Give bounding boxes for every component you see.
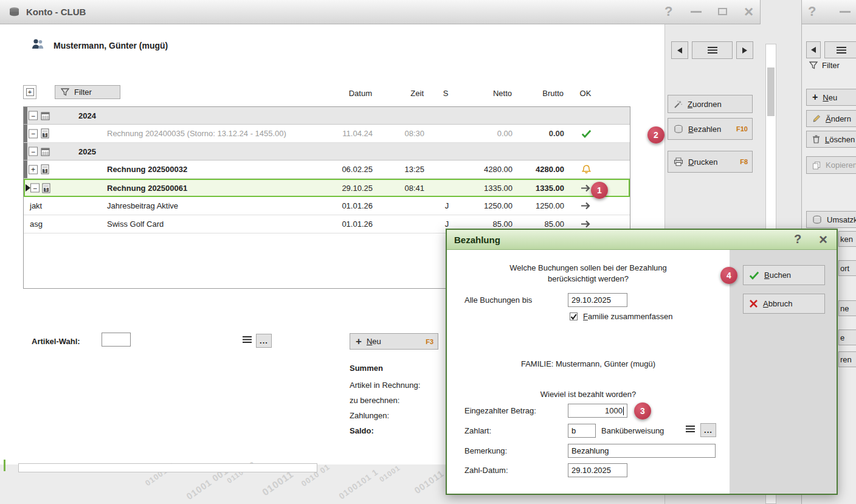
- bis-date-input[interactable]: [568, 293, 627, 307]
- filter-button[interactable]: Filter: [809, 61, 840, 70]
- kopieren-button[interactable]: Kopieren: [806, 156, 856, 174]
- loeschen-button[interactable]: Löschen: [806, 131, 856, 148]
- collapse-icon[interactable]: −: [30, 184, 40, 193]
- step-badge-4: 4: [720, 267, 737, 284]
- minimize-icon[interactable]: [840, 11, 851, 13]
- hidden-button-fragment[interactable]: ne: [838, 300, 856, 316]
- hamburger-icon[interactable]: [685, 425, 696, 435]
- nav-menu-button[interactable]: [824, 41, 856, 58]
- col-header-s[interactable]: S: [440, 88, 452, 98]
- aendern-label: Ändern: [826, 114, 851, 123]
- familie-checkbox-label[interactable]: Familie zusammenfassen: [583, 312, 672, 321]
- table-row-item[interactable]: jakt Jahresbeitrag Aktive 01.01.26 J 125…: [24, 197, 630, 215]
- summen-line: Artikel in Rechnung:: [350, 381, 420, 390]
- cell-netto: 1250.00: [469, 197, 513, 215]
- item-label: Jahresbeitrag Aktive: [107, 197, 178, 215]
- table-row-invoice[interactable]: − $ Rechnung 202400035 (Storno: 13.12.24…: [24, 125, 630, 143]
- aendern-button[interactable]: Ändern: [806, 110, 856, 127]
- col-header-ok[interactable]: OK: [575, 88, 596, 98]
- table-row-invoice-selected[interactable]: − $ Rechnung 202500061 29.10.25 08:41 13…: [24, 179, 630, 197]
- umsatzkonto-button[interactable]: Umsatzko: [806, 211, 856, 228]
- loeschen-label: Löschen: [825, 135, 855, 144]
- zahldatum-input[interactable]: [568, 463, 627, 477]
- col-header-zeit[interactable]: Zeit: [389, 88, 424, 98]
- nav-back-button[interactable]: [806, 41, 821, 58]
- col-header-brutto[interactable]: Brutto: [520, 88, 564, 98]
- close-icon[interactable]: ×: [819, 231, 827, 248]
- summen-line: zu berechnen:: [350, 396, 399, 405]
- buchen-button[interactable]: Buchen: [743, 265, 825, 285]
- help-icon[interactable]: ?: [664, 2, 672, 21]
- svg-text:$: $: [44, 168, 46, 173]
- funnel-icon: [61, 88, 69, 96]
- abbruch-label: Abbruch: [763, 299, 792, 308]
- hidden-button-fragment[interactable]: ort: [838, 260, 856, 276]
- collapse-icon[interactable]: −: [29, 147, 38, 156]
- cell-datum: 29.10.25: [329, 180, 373, 196]
- neu-button[interactable]: + Neu: [806, 89, 856, 106]
- abbruch-button[interactable]: Abbruch: [743, 294, 825, 314]
- window-title: Konto - CLUB: [26, 7, 86, 17]
- kopieren-label: Kopieren: [826, 161, 856, 170]
- filter-button[interactable]: Filter: [55, 85, 120, 99]
- maximize-icon[interactable]: [718, 8, 727, 15]
- nav-forward-button[interactable]: [736, 41, 753, 59]
- help-icon[interactable]: ?: [794, 232, 801, 246]
- step-badge-3: 3: [634, 402, 651, 419]
- hidden-button-fragment[interactable]: e: [838, 330, 856, 345]
- table-row-group-2024[interactable]: − 2024: [24, 107, 630, 125]
- person-icon: [30, 38, 45, 52]
- hamburger-icon: [707, 46, 718, 54]
- fragment-label: ort: [840, 264, 849, 273]
- trash-icon: [812, 135, 820, 143]
- collapse-icon[interactable]: −: [29, 129, 38, 138]
- scrollbar-thumb[interactable]: [767, 67, 775, 116]
- col-header-datum[interactable]: Datum: [328, 88, 372, 98]
- decor-digits: 0100101 1: [337, 467, 380, 501]
- secondary-titlebar: ?: [802, 0, 856, 24]
- plus-icon: +: [26, 88, 34, 96]
- arrow-right-icon: [575, 197, 597, 215]
- invoice-icon: $: [42, 180, 50, 196]
- cell-datum: 01.01.26: [329, 197, 373, 215]
- cell-brutto: 1335.00: [520, 180, 564, 196]
- ellipsis-button[interactable]: ...: [256, 334, 272, 348]
- artikel-wahl-input[interactable]: [102, 333, 131, 347]
- decor-digits: 01001: [378, 463, 401, 483]
- zuordnen-button[interactable]: Zuordnen: [668, 95, 753, 113]
- text-caret: [623, 407, 624, 415]
- fkey-label: F10: [736, 125, 752, 133]
- dialog-question2: Wieviel ist bezahlt worden?: [447, 390, 730, 399]
- printer-icon: [674, 157, 683, 167]
- nav-back-button[interactable]: [671, 41, 688, 59]
- minimize-icon[interactable]: [691, 11, 702, 13]
- ellipsis-button[interactable]: ...: [700, 423, 716, 437]
- decor-digits: 001011: [412, 468, 446, 496]
- nav-menu-button[interactable]: [692, 41, 733, 59]
- table-row-invoice[interactable]: + $ Rechnung 202500032 06.02.25 13:25 42…: [24, 161, 630, 179]
- check-icon: [749, 271, 759, 280]
- expand-all-button[interactable]: +: [23, 85, 36, 99]
- help-icon[interactable]: ?: [808, 2, 816, 21]
- ellipsis-label: ...: [704, 426, 713, 435]
- hamburger-icon[interactable]: [242, 336, 252, 345]
- zahldatum-label: Zahl-Datum:: [464, 466, 508, 475]
- drucken-button[interactable]: Drucken F8: [668, 151, 753, 173]
- table-row-group-2025[interactable]: − 2025: [24, 143, 630, 161]
- artikel-wahl-label: Artikel-Wahl:: [32, 337, 80, 346]
- bis-label: Alle Buchungen bis: [464, 295, 532, 305]
- zahlart-input[interactable]: [568, 424, 596, 438]
- bemerkung-input[interactable]: [568, 444, 716, 458]
- expand-icon[interactable]: +: [29, 165, 38, 174]
- collapse-icon[interactable]: −: [29, 111, 38, 120]
- close-icon[interactable]: ×: [744, 2, 753, 21]
- bezahlen-button[interactable]: Bezahlen F10: [668, 118, 753, 140]
- betrag-input[interactable]: 1000: [568, 404, 627, 418]
- hidden-button-fragment[interactable]: ken: [838, 231, 856, 247]
- triangle-right-icon: [742, 47, 748, 54]
- neu-label: Neu: [823, 93, 837, 102]
- familie-checkbox[interactable]: [570, 312, 578, 320]
- neu-button[interactable]: + Neu F3: [350, 333, 438, 350]
- col-header-netto[interactable]: Netto: [468, 88, 512, 98]
- hidden-button-fragment[interactable]: ren: [838, 351, 856, 367]
